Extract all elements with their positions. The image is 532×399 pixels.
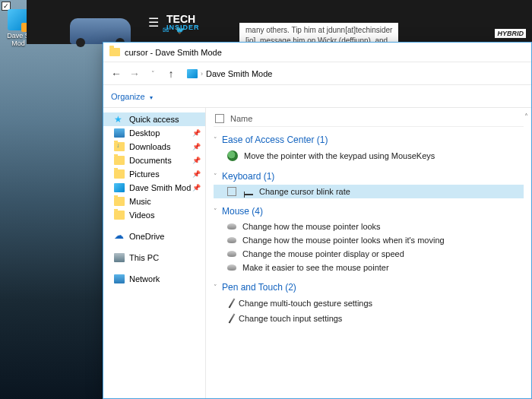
group-header[interactable]: ˅Pen and Touch (2): [214, 282, 524, 293]
sidebar-videos[interactable]: Videos: [103, 208, 205, 222]
folder-icon: [109, 48, 120, 56]
hamburger-icon[interactable]: ☰: [148, 15, 159, 30]
keypad-icon: [227, 150, 238, 161]
location-icon: [187, 69, 198, 78]
result-item[interactable]: Change the mouse pointer display or spee…: [214, 247, 524, 261]
window-titlebar[interactable]: cursor - Dave Smith Mode: [103, 43, 531, 62]
documents-icon: [114, 156, 125, 165]
group-header[interactable]: ˅Ease of Access Center (1): [214, 135, 524, 145]
result-item[interactable]: Move the pointer with the keypad using M…: [214, 148, 524, 163]
group-name: Keyboard (1): [222, 171, 274, 182]
column-header-row: Name: [214, 111, 524, 127]
result-item[interactable]: Change cursor blink rate: [214, 185, 524, 198]
group-header[interactable]: ˅Mouse (4): [214, 206, 524, 217]
chevron-down-icon: ˅: [214, 207, 217, 215]
pc-icon: [114, 253, 125, 262]
breadcrumb-segment[interactable]: Dave Smith Mode: [206, 69, 272, 78]
music-icon: [114, 197, 125, 206]
pictures-icon: [114, 169, 125, 179]
downloads-icon: [114, 142, 125, 151]
sidebar-this-pc[interactable]: This PC: [103, 251, 205, 264]
nav-toolbar: ← → ˅ ↑ › Dave Smith Mode: [103, 62, 531, 85]
mouse-icon: [227, 223, 236, 230]
mouse-icon: [227, 251, 236, 257]
select-all-checkbox[interactable]: [215, 114, 224, 123]
result-item[interactable]: Change touch input settings: [214, 311, 524, 326]
chevron-down-icon: ˅: [214, 173, 217, 180]
chevron-down-icon: ˅: [214, 136, 217, 144]
desktop-icon: [114, 128, 125, 138]
result-item[interactable]: Change how the mouse pointer looks: [214, 220, 524, 233]
result-label: Change how the mouse pointer looks: [242, 222, 381, 231]
sidebar-dave-smith-mode[interactable]: Dave Smith Mod 📌: [103, 181, 205, 195]
pen-icon: [229, 313, 236, 323]
file-explorer-window: cursor - Dave Smith Mode ← → ˅ ↑ › Dave …: [103, 42, 532, 399]
sidebar-pictures[interactable]: Pictures 📌: [103, 167, 205, 181]
address-bar[interactable]: › Dave Smith Mode: [187, 69, 272, 78]
result-item[interactable]: Change multi-touch gesture settings: [214, 296, 524, 311]
scroll-up-icon[interactable]: ˄: [524, 112, 528, 121]
caret-down-icon: ▾: [150, 94, 153, 101]
pin-icon: 📌: [192, 129, 201, 137]
chevron-down-icon: ˅: [214, 283, 217, 291]
result-label: Change how the mouse pointer looks when …: [242, 236, 445, 245]
group-header[interactable]: ˅Keyboard (1): [214, 171, 524, 182]
pin-icon: 📌: [192, 157, 201, 164]
result-label: Change the mouse pointer display or spee…: [242, 249, 404, 258]
pin-icon: 📌: [192, 143, 201, 150]
result-label: Make it easier to see the mouse pointer: [242, 263, 389, 272]
app-icon: [8, 9, 29, 30]
back-button[interactable]: ←: [109, 68, 123, 80]
command-toolbar: Organize ▾: [103, 85, 531, 108]
pen-icon: [229, 298, 236, 308]
sidebar-desktop[interactable]: Desktop 📌: [103, 126, 205, 140]
forward-button[interactable]: →: [128, 68, 141, 80]
result-label: Move the pointer with the keypad using M…: [244, 151, 435, 160]
result-label: Change cursor blink rate: [259, 187, 350, 196]
mouse-icon: [227, 264, 236, 271]
mouse-icon: [227, 237, 236, 243]
result-item[interactable]: Make it easier to see the mouse pointer: [214, 261, 524, 274]
sidebar-quick-access[interactable]: ★ Quick access: [103, 112, 205, 126]
network-icon: [114, 274, 125, 283]
ad-car-image: [70, 18, 131, 44]
result-label: Change touch input settings: [239, 314, 342, 323]
group-name: Mouse (4): [222, 206, 263, 217]
social-icons[interactable]: ✉ 🐦: [163, 26, 187, 34]
result-item[interactable]: Change how the mouse pointer looks when …: [214, 233, 524, 247]
pin-icon: 📌: [192, 184, 201, 192]
group-name: Ease of Access Center (1): [222, 135, 328, 145]
sidebar-network[interactable]: Network: [103, 272, 205, 286]
videos-icon: [114, 211, 125, 220]
sidebar-onedrive[interactable]: ☁ OneDrive: [103, 230, 205, 243]
results-pane: ˄ Name ˅Ease of Access Center (1)Move th…: [206, 108, 531, 398]
sidebar-music[interactable]: Music: [103, 195, 205, 208]
cursor-icon: [244, 194, 253, 195]
chevron-right-icon: ›: [201, 70, 203, 78]
item-checkbox[interactable]: [227, 187, 236, 196]
navigation-pane: ★ Quick access Desktop 📌 Downloads 📌 Doc…: [103, 108, 206, 398]
ad-hybrid-badge: HYBRID: [495, 29, 526, 38]
mode-icon: [114, 183, 125, 192]
result-label: Change multi-touch gesture settings: [239, 299, 372, 308]
cloud-icon: ☁: [114, 232, 125, 241]
window-title: cursor - Dave Smith Mode: [125, 48, 222, 57]
recent-dropdown[interactable]: ˅: [146, 70, 160, 78]
star-icon: ★: [114, 115, 125, 124]
column-name-header[interactable]: Name: [230, 114, 252, 123]
pin-icon: 📌: [192, 170, 201, 178]
organize-menu[interactable]: Organize ▾: [111, 92, 153, 101]
sidebar-documents[interactable]: Documents 📌: [103, 154, 205, 167]
group-name: Pen and Touch (2): [222, 282, 296, 293]
up-button[interactable]: ↑: [164, 68, 178, 80]
sidebar-downloads[interactable]: Downloads 📌: [103, 140, 205, 154]
